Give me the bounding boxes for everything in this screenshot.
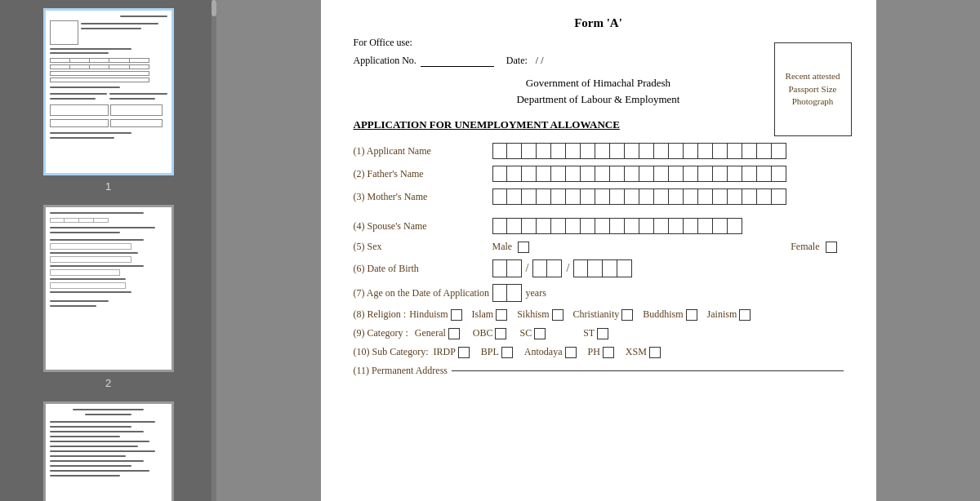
irdp-checkbox[interactable] (458, 347, 470, 358)
char-box (684, 188, 698, 205)
char-box (639, 188, 654, 205)
char-box (507, 166, 522, 182)
char-box (639, 218, 654, 234)
page-number-2: 2 (105, 377, 111, 389)
char-box (492, 143, 507, 159)
category-general: General (415, 327, 466, 339)
dob-char (617, 259, 632, 277)
sikhism-label: Sikhism (517, 308, 549, 321)
religion-sikhism: Sikhism (517, 308, 569, 321)
st-checkbox[interactable] (597, 328, 608, 339)
religion-label: (8) Religion : (354, 308, 407, 321)
char-box (757, 166, 772, 182)
christianity-checkbox[interactable] (621, 309, 633, 321)
dob-label: (6) Date of Birth (354, 263, 492, 275)
category-sc: SC (519, 327, 552, 339)
char-box (522, 166, 537, 182)
char-box (713, 166, 728, 182)
char-box (581, 166, 595, 182)
char-box (654, 143, 669, 159)
scrollbar[interactable] (212, 0, 216, 501)
char-box (551, 218, 566, 234)
sex-row: (5) Sex Male Female (354, 241, 844, 253)
char-box (537, 143, 551, 159)
thumbnail-page-1[interactable] (43, 8, 174, 175)
char-box (772, 166, 786, 182)
char-box (507, 143, 522, 159)
dob-sep1: / (526, 262, 529, 275)
islam-label: Islam (472, 308, 494, 321)
islam-checkbox[interactable] (496, 309, 507, 321)
char-box (566, 143, 581, 159)
char-box (639, 143, 654, 159)
thumbnail-page-3[interactable] (43, 401, 174, 501)
dob-day (492, 259, 522, 277)
male-checkbox[interactable] (518, 242, 529, 253)
char-box (698, 143, 713, 159)
char-box (684, 143, 698, 159)
photo-box: Recent attested Passport Size Photograph (774, 42, 852, 136)
obc-checkbox[interactable] (495, 328, 506, 339)
char-box (625, 188, 639, 205)
char-box (757, 143, 772, 159)
antodaya-checkbox[interactable] (565, 347, 577, 358)
jainism-label: Jainism (707, 308, 737, 321)
category-label: (9) Category : (354, 327, 408, 339)
sikhism-checkbox[interactable] (552, 309, 564, 321)
dob-char (507, 259, 522, 277)
fathers-name-row: (2) Father's Name (354, 166, 844, 182)
char-box (713, 188, 728, 205)
dob-sep2: / (566, 262, 569, 275)
male-label: Male (492, 241, 513, 253)
char-box (698, 218, 713, 234)
char-box (669, 166, 684, 182)
application-heading: APPLICATION FOR UNEMPLOYMENT ALLOWANCE (354, 118, 844, 131)
char-box (757, 188, 772, 205)
for-office-use: For Office use: (354, 37, 844, 49)
st-label: ST (583, 327, 595, 339)
buddhism-checkbox[interactable] (686, 309, 697, 321)
char-box (654, 166, 669, 182)
sub-category-label: (10) Sub Category: (354, 346, 429, 358)
ph-checkbox[interactable] (603, 347, 614, 358)
irdp-label: IRDP (434, 346, 456, 358)
permanent-address-row: (11) Permanent Address (354, 365, 844, 377)
thumbnail-page-2[interactable] (43, 205, 174, 372)
photo-box-text: Recent attested Passport Size Photograph (779, 70, 847, 108)
general-checkbox[interactable] (448, 328, 460, 339)
applicant-name-boxes (492, 143, 786, 159)
char-box (595, 166, 610, 182)
char-box (654, 218, 669, 234)
sub-category-row: (10) Sub Category: IRDP BPL Antodaya PH … (354, 346, 844, 358)
document-page: Form 'A' For Office use: Application No.… (321, 0, 876, 501)
char-box (507, 218, 522, 234)
char-box (625, 166, 639, 182)
jainism-checkbox[interactable] (739, 309, 751, 321)
char-box (566, 188, 581, 205)
char-box (742, 143, 757, 159)
bpl-checkbox[interactable] (501, 347, 513, 358)
hinduism-checkbox[interactable] (451, 309, 462, 321)
govt-line1: Government of Himachal Pradesh (354, 75, 844, 91)
char-box (698, 166, 713, 182)
dob-char (588, 259, 603, 277)
char-box (772, 143, 786, 159)
fathers-name-label: (2) Father's Name (354, 168, 492, 180)
general-label: General (415, 327, 446, 339)
char-box (713, 218, 728, 234)
dob-month (532, 259, 562, 277)
date-slashes: / / (536, 55, 544, 67)
ph-label: PH (588, 346, 600, 358)
xsm-label: XSM (626, 346, 647, 358)
female-checkbox[interactable] (826, 242, 837, 253)
char-box (684, 218, 698, 234)
spouses-name-boxes (492, 218, 742, 234)
govt-line2: Department of Labour & Employment (354, 91, 844, 108)
sc-checkbox[interactable] (534, 328, 546, 339)
dob-char (547, 259, 562, 277)
char-box (595, 143, 610, 159)
dob-row: (6) Date of Birth / / (354, 259, 844, 277)
xsm-checkbox[interactable] (649, 347, 661, 358)
buddhism-label: Buddhism (643, 308, 683, 321)
sub-antodaya: Antodaya (524, 346, 583, 358)
